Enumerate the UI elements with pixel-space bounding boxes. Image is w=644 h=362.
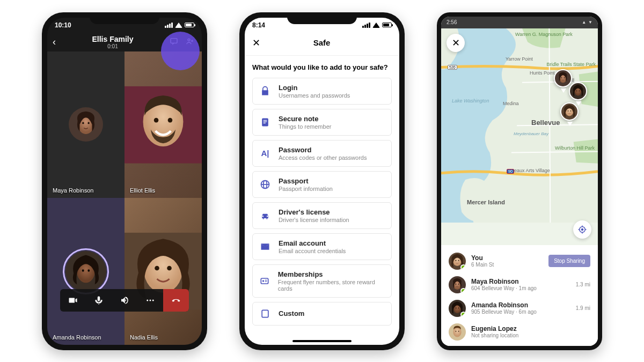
safe-option-passport[interactable]: PassportPassport information: [252, 171, 392, 198]
note-icon: [259, 116, 271, 128]
avatar: [449, 253, 466, 270]
avatar: [449, 323, 466, 341]
person-row[interactable]: Amanda Robinson905 Bellevue Way · 6m ago…: [441, 297, 598, 320]
cellular-icon: [165, 23, 173, 28]
map-label: Yarrow Point: [506, 56, 533, 62]
cellular-icon: [362, 23, 370, 28]
participant-tile[interactable]: Amanda Robinson: [47, 198, 125, 345]
status-time: 2:56: [447, 19, 457, 25]
phone-video-call: 10:10 ‹ Ellis Family0:01 Maya Robinson: [42, 12, 207, 350]
status-bar: 2:56 ▲▼: [441, 17, 598, 28]
participant-tile[interactable]: Nadia Ellis: [125, 198, 202, 345]
participant-video: [125, 198, 202, 345]
safe-option-custom[interactable]: Custom: [252, 302, 392, 326]
home-indicator[interactable]: [292, 340, 352, 342]
person-row[interactable]: Maya Robinson604 Bellevue Way · 1m ago 1…: [441, 273, 598, 297]
phone-location-sharing: 2:56 ▲▼: [437, 12, 602, 350]
map-pin[interactable]: [569, 82, 590, 104]
safe-option-login[interactable]: LoginUsernames and passwords: [252, 78, 392, 105]
wifi-icon: [175, 23, 182, 28]
person-row[interactable]: You6 Main St Stop Sharing: [441, 249, 598, 273]
participant-tile[interactable]: Elliot Ellis: [125, 51, 202, 198]
more-button[interactable]: [137, 289, 163, 312]
svg-point-39: [582, 228, 583, 230]
speaker-button[interactable]: [112, 289, 137, 312]
mail-icon: [259, 241, 271, 253]
passport-icon: [259, 179, 271, 190]
map-label: Meydenbauer Bay: [514, 131, 548, 136]
people-sheet: You6 Main St Stop Sharing Maya Robinson6…: [441, 245, 598, 346]
participant-tile[interactable]: Maya Robinson: [47, 51, 125, 198]
svg-rect-28: [264, 122, 266, 123]
svg-rect-27: [264, 121, 267, 122]
map-label: Lake Washington: [452, 98, 489, 104]
prompt-text: What would you like to add to your safe?: [252, 63, 392, 71]
status-time: 8:14: [252, 21, 265, 29]
svg-point-23: [150, 299, 151, 301]
safe-option-password[interactable]: A| PasswordAccess codes or other passwor…: [252, 140, 392, 167]
camera-button[interactable]: [60, 289, 86, 312]
participant-name: Elliot Ellis: [130, 187, 155, 194]
active-speaker-ring: [63, 248, 109, 294]
avatar: [69, 107, 103, 142]
participant-name: Maya Robinson: [53, 187, 93, 194]
page-title: Safe: [260, 38, 383, 47]
route-badge: 90: [507, 169, 514, 174]
password-icon: A|: [259, 147, 271, 159]
phone-safe: 8:14 ✕ Safe What would you like to add t…: [239, 12, 405, 350]
map-label: Hunts Point: [530, 70, 555, 76]
map-label: Medina: [503, 101, 519, 106]
map-label: Bridle Trails State Park: [546, 62, 596, 67]
close-icon[interactable]: ✕: [252, 37, 260, 49]
lock-icon: [259, 85, 271, 97]
back-icon[interactable]: ‹: [53, 36, 56, 48]
end-call-button[interactable]: [163, 289, 189, 312]
call-title: Ellis Family: [92, 35, 133, 43]
avatar: [449, 276, 466, 293]
map-pin[interactable]: [560, 102, 582, 124]
wifi-icon: [372, 23, 380, 28]
participant-video: [125, 51, 202, 198]
map-label: Wilburton Hill Park: [555, 145, 595, 151]
person-row[interactable]: Eugenia LopezNot sharing location: [441, 320, 598, 344]
participant-name: Amanda Robinson: [53, 334, 101, 341]
svg-rect-25: [262, 118, 268, 126]
safe-option-license[interactable]: Driver's licenseDriver's license informa…: [252, 202, 392, 229]
svg-point-33: [262, 280, 264, 282]
svg-point-24: [152, 299, 154, 301]
svg-rect-32: [261, 278, 268, 284]
battery-icon: [382, 23, 392, 27]
avatar: [449, 300, 466, 317]
participant-name: Nadia Ellis: [130, 334, 158, 341]
call-controls: [60, 289, 189, 312]
map-label: Warren G. Magnuson Park: [515, 32, 573, 37]
map-label: Beaux Arts Village: [511, 168, 550, 173]
locate-me-button[interactable]: [573, 220, 591, 239]
route-badge: 520: [448, 65, 457, 70]
mic-button[interactable]: [86, 289, 112, 312]
svg-rect-36: [262, 310, 268, 317]
modal-header: ✕ Safe: [245, 33, 399, 56]
svg-rect-26: [264, 120, 267, 120]
map-label: Bellevue: [531, 119, 560, 127]
map-view[interactable]: Warren G. Magnuson Park Yarrow Point Hun…: [441, 28, 598, 245]
call-duration: 0:01: [59, 43, 166, 49]
close-icon[interactable]: ✕: [447, 34, 465, 52]
membership-icon: [259, 275, 270, 287]
custom-icon: [259, 308, 271, 320]
status-time: 10:10: [55, 21, 71, 29]
safe-option-memberships[interactable]: MembershipsFrequent flyer numbers, store…: [252, 264, 392, 298]
map-label: Mercer Island: [467, 199, 505, 205]
car-icon: [259, 210, 271, 221]
safe-option-note[interactable]: Secure noteThings to remember: [252, 109, 392, 136]
floating-action-button[interactable]: [161, 32, 200, 70]
battery-icon: [185, 23, 194, 27]
safe-option-email[interactable]: Email accountEmail account credentials: [252, 233, 392, 260]
stop-sharing-button[interactable]: Stop Sharing: [548, 255, 590, 267]
svg-point-22: [147, 299, 148, 301]
